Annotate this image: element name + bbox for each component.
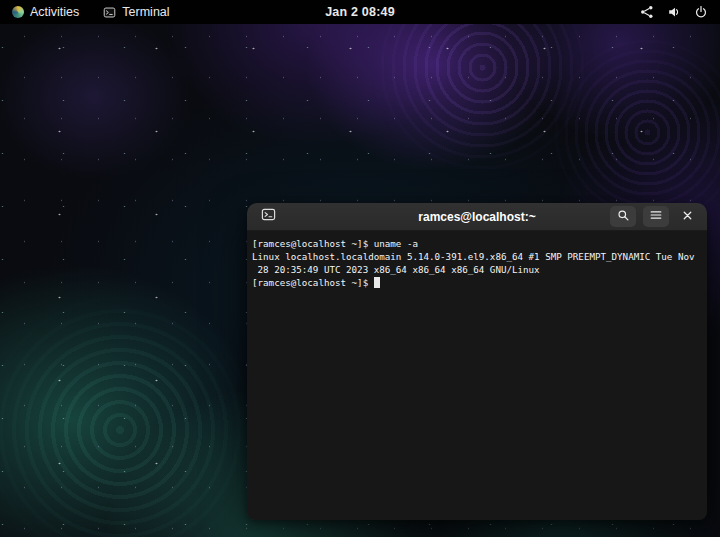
terminal-line: [ramces@localhost ~]$ uname -a — [252, 237, 703, 250]
terminal-prompt: [ramces@localhost ~]$ — [252, 277, 374, 288]
network-share-icon — [640, 5, 654, 19]
search-icon — [617, 208, 630, 226]
system-tray[interactable] — [640, 0, 720, 24]
focused-app-menu[interactable]: Terminal — [99, 0, 173, 24]
search-button[interactable] — [610, 206, 636, 227]
terminal-tab-icon — [261, 207, 276, 226]
app-menu-label: Terminal — [122, 5, 169, 19]
top-bar: Activities Terminal Jan 2 08:49 — [0, 0, 720, 24]
menu-icon — [649, 208, 663, 226]
terminal-prompt-line: [ramces@localhost ~]$ — [252, 276, 703, 289]
window-title: ramces@localhost:~ — [418, 210, 535, 224]
menu-button[interactable] — [643, 206, 669, 227]
terminal-line: 28 20:35:49 UTC 2023 x86_64 x86_64 x86_6… — [252, 263, 703, 276]
close-button[interactable] — [676, 206, 698, 227]
distro-icon — [12, 6, 24, 18]
terminal-headerbar[interactable]: ramces@localhost:~ — [247, 203, 707, 231]
terminal-tab-button[interactable] — [256, 206, 280, 228]
terminal-app-icon — [103, 6, 116, 19]
activities-label: Activities — [30, 5, 79, 19]
terminal-screen[interactable]: [ramces@localhost ~]$ uname -a Linux loc… — [247, 231, 707, 520]
terminal-line: Linux localhost.localdomain 5.14.0-391.e… — [252, 250, 703, 263]
clock[interactable]: Jan 2 08:49 — [325, 5, 395, 19]
desktop: Activities Terminal Jan 2 08:49 — [0, 0, 720, 537]
terminal-cursor — [374, 277, 380, 288]
terminal-window: ramces@localhost:~ — [247, 203, 707, 520]
volume-icon — [667, 5, 681, 19]
close-icon — [681, 208, 694, 226]
activities-button[interactable]: Activities — [8, 0, 83, 24]
power-icon — [694, 5, 708, 19]
